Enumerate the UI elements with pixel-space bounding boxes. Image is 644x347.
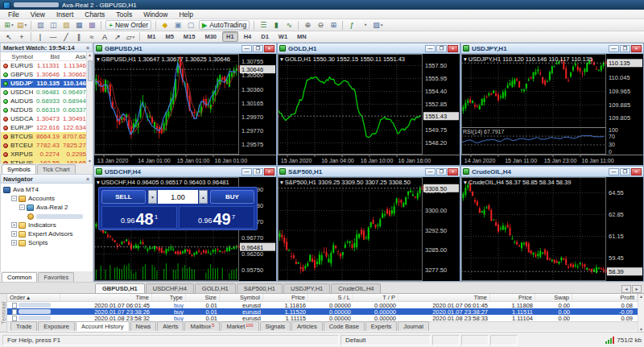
tree-toggle-icon[interactable]: + [11, 231, 17, 237]
templates[interactable]: ▨▾ [372, 20, 383, 30]
chart-body-usdjpy[interactable]: 110.045109.965109.885109.805110.135RSI(1… [461, 54, 643, 165]
chart-tab-usdchf-h4[interactable]: USDCHF,H4 [146, 283, 194, 293]
channel-tool[interactable]: ∥ [73, 32, 85, 42]
market-watch-row-nzdusd[interactable]: NZDUSD0.663190.66337 [1, 105, 93, 114]
terminal-column-headers[interactable]: Order ▴TimeTypeSizeSymbolPriceS / LT / P… [7, 294, 638, 302]
restore-icon[interactable]: ❐ [620, 45, 630, 52]
chart-titlebar-sp500[interactable]: S&P500,H1—❐× [278, 167, 460, 177]
timeframe-m5[interactable]: M5 [161, 31, 177, 42]
menu-view[interactable]: View [25, 10, 51, 19]
chart-titlebar-usdchf[interactable]: USDCHF,H4—❐× [94, 167, 276, 177]
chart-tab-s-p500-h1[interactable]: S&P500,H1 [237, 283, 283, 293]
close-icon[interactable]: × [86, 176, 89, 182]
minimize-icon[interactable]: — [609, 45, 619, 52]
terminal-tab-signals[interactable]: Signals [260, 321, 291, 331]
timeframe-mn[interactable]: MN [293, 31, 311, 42]
timeframe-m1[interactable]: M1 [143, 31, 159, 42]
terminal-column-price[interactable]: Price [490, 294, 535, 301]
terminal-tab-articles[interactable]: Articles [291, 321, 323, 331]
status-profile[interactable]: Default [341, 335, 431, 345]
data-window-toggle[interactable]: ◫ [47, 20, 59, 30]
terminal-tab-mailbox[interactable]: Mailbox5 [184, 321, 220, 331]
timeframe-w1[interactable]: W1 [275, 31, 291, 42]
market-watch-row-xrpusd[interactable]: XRPUSD0.22740.2295 [1, 150, 93, 159]
terminal-column-type[interactable]: Type [152, 294, 186, 301]
timeframe-d1[interactable]: D1 [257, 31, 273, 42]
chart-body-crudeoil[interactable]: 64.5562.8561.1559.4558.39▾ CrudeOIL,H4 5… [461, 177, 643, 281]
chart-titlebar-gbpusd[interactable]: GBPUSD,H1—❐× [94, 43, 276, 54]
terminal-tab-code-base[interactable]: Code Base [324, 321, 365, 331]
chart-line[interactable]: ∿ [283, 20, 295, 30]
scroll-up-icon[interactable]: ▲ [639, 294, 643, 299]
navigator-item-indicators[interactable]: +Indicators [1, 221, 93, 229]
chart-plot-gold[interactable]: 1557.501555.951554.401552.851549.751548.… [278, 54, 460, 165]
column-header-symbol[interactable]: Symbol [1, 53, 33, 60]
terminal-tab-journal[interactable]: Journal [398, 321, 429, 331]
close-icon[interactable]: × [448, 168, 458, 176]
minimize-icon[interactable]: — [609, 168, 619, 176]
strategy-tester-toggle[interactable]: ▩ [86, 20, 97, 30]
terminal-toggle[interactable]: ▦ [73, 20, 85, 30]
chart-tab-crudeoil-h4[interactable]: CrudeOIL,H4 [331, 283, 381, 293]
scroll-down-icon[interactable]: ▼ [88, 159, 92, 163]
navigator-toggle[interactable]: ▧ [60, 20, 72, 30]
cursor-tool[interactable]: ↖ [3, 32, 14, 42]
menu-insert[interactable]: Insert [51, 10, 79, 19]
sell-price[interactable]: 0.96481 [101, 206, 177, 229]
market-watch-row-usdcad[interactable]: USDCAD1.304731.30491 [1, 114, 93, 123]
close-icon[interactable]: × [631, 45, 642, 52]
close-icon[interactable]: × [86, 45, 89, 51]
terminal-tab-account-history[interactable]: Account History [76, 321, 130, 331]
tab-favorites[interactable]: Favorites [38, 272, 74, 282]
chart-print[interactable]: ▣ [172, 20, 184, 30]
scroll-thumb[interactable] [88, 60, 93, 81]
volume-field[interactable]: 1.00 [158, 190, 198, 204]
tile-windows[interactable]: ⊞ [328, 20, 339, 30]
restore-icon[interactable]: ❐ [436, 45, 447, 52]
tree-toggle-icon[interactable]: + [11, 240, 17, 246]
column-header-ask[interactable]: Ask [60, 53, 86, 60]
chart-tab-usdjpy-h1[interactable]: USDJPY,H1 [283, 283, 330, 293]
market-watch-row-usdjpy[interactable]: USDJPY110.135110.146 [1, 79, 93, 88]
chart-titlebar-gold[interactable]: GOLD,H1—❐× [278, 43, 460, 54]
buy-button[interactable]: BUY [210, 190, 254, 204]
tree-toggle-icon[interactable]: − [19, 204, 25, 210]
tab-symbols[interactable]: Symbols [2, 164, 36, 174]
close-icon[interactable]: × [448, 45, 458, 52]
crosshair-tool[interactable]: + [16, 32, 27, 42]
fibonacci-tool[interactable]: ≈ [86, 32, 97, 42]
column-header-bid[interactable]: Bid [33, 53, 60, 60]
chart-titlebar-usdjpy[interactable]: USDJPY,H1—❐× [461, 43, 643, 54]
menu-window[interactable]: Window [138, 10, 173, 19]
zoom-in[interactable]: ⊕ [302, 20, 313, 30]
terminal-column-s-l[interactable]: S / L [308, 294, 353, 301]
timeframe-h1[interactable]: H1 [222, 31, 238, 42]
chart-titlebar-crudeoil[interactable]: CrudeOIL,H4—❐× [461, 167, 643, 177]
minimize-icon[interactable]: — [242, 168, 252, 176]
restore-icon[interactable]: ❐ [436, 168, 447, 176]
terminal-column-symbol[interactable]: Symbol [220, 294, 263, 301]
minimize-icon[interactable]: — [242, 45, 252, 52]
indicators-list[interactable]: ƒ [346, 20, 357, 30]
metaeditor[interactable]: ◆ [159, 20, 171, 30]
market-watch-row-btceur[interactable]: BTCEUR7782.437825.27 [1, 141, 93, 150]
tree-toggle-icon[interactable]: − [11, 196, 17, 201]
navigator-item-expert-advisors[interactable]: +Expert Advisors [1, 229, 93, 238]
horizontal-line-tool[interactable]: — [47, 32, 59, 42]
restore-icon[interactable]: ❐ [253, 45, 263, 52]
terminal-grip[interactable]: Terminal [0, 294, 7, 332]
terminal-tab-experts[interactable]: Experts [365, 321, 397, 331]
chart-body-sp500[interactable]: 3307.503300.003292.503285.003277.503308.… [278, 177, 460, 281]
timeframe-m30[interactable]: M30 [200, 31, 221, 42]
menu-charts[interactable]: Charts [79, 10, 110, 19]
chart-tab-gbpusd-h1[interactable]: GBPUSD,H1 [95, 283, 145, 293]
chart-plot-usdjpy[interactable]: 110.045109.965109.885109.805110.135RSI(1… [461, 54, 643, 165]
close-icon[interactable]: × [631, 168, 642, 176]
trendline-tool[interactable]: ╱ [60, 32, 72, 42]
chart-plot-crudeoil[interactable]: 64.5562.8561.1559.4558.39▾ CrudeOIL,H4 5… [461, 177, 643, 281]
terminal-column-order[interactable]: Order ▴ [7, 294, 60, 301]
market-watch-row-eurjpy[interactable]: EURJPY122.616122.634 [1, 123, 93, 132]
market-watch-column-headers[interactable]: SymbolBidAsk [1, 52, 93, 61]
navigator-item-ava-mt4[interactable]: Ava MT4 [1, 185, 93, 194]
menu-file[interactable]: File [2, 10, 25, 19]
